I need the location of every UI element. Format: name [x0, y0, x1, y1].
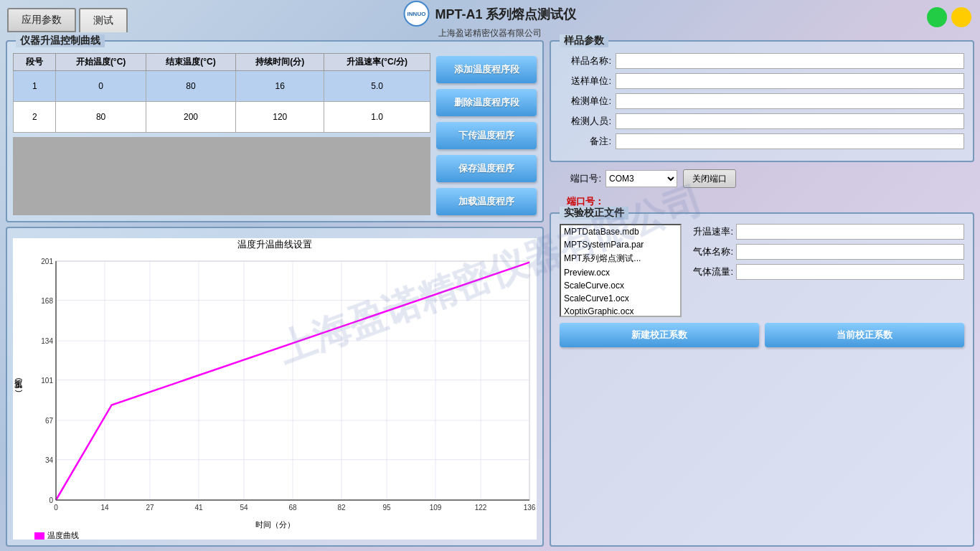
field-label: 检测单位:: [560, 95, 611, 108]
tab-app-params[interactable]: 应用参数: [7, 8, 76, 32]
temp-chart-placeholder: [13, 137, 430, 216]
chart-section: 温度升温曲线设置 温度 (℃) 014274154688295109122136…: [6, 227, 544, 547]
svg-text:34: 34: [45, 456, 54, 464]
col-header-id: 段号: [14, 54, 56, 71]
action-buttons: 添加温度程序段删除温度程序段下传温度程序保存温度程序加载温度程序: [436, 53, 537, 215]
logo-area: INNUO MPT-A1 系列熔点测试仪 上海盈诺精密仪器有限公司: [403, 1, 576, 39]
svg-text:0: 0: [49, 496, 53, 504]
svg-text:14: 14: [100, 504, 109, 512]
file-list-item[interactable]: ScaleCurve.ocx: [561, 279, 680, 292]
svg-text:82: 82: [337, 504, 346, 512]
field-label: 送样单位:: [560, 75, 611, 88]
y-axis-label: 温度 (℃): [13, 254, 27, 518]
form-row: 检测单位:: [560, 93, 964, 109]
col-header-start: 开始温度(°C): [56, 54, 146, 71]
svg-text:67: 67: [45, 417, 54, 425]
temp-control-inner: 段号 开始温度(°C) 结束温度(°C) 持续时间(分) 升温速率(°C/分) …: [13, 53, 537, 215]
legend-label: 温度曲线: [47, 530, 79, 541]
form-row: 样品名称:: [560, 53, 964, 69]
svg-text:27: 27: [146, 504, 154, 512]
table-chart-area: 段号 开始温度(°C) 结束温度(°C) 持续时间(分) 升温速率(°C/分) …: [13, 53, 430, 215]
form-row: 检测人员:: [560, 113, 964, 129]
action-button-保存温度程序[interactable]: 保存温度程序: [436, 155, 537, 182]
svg-text:54: 54: [240, 504, 248, 512]
svg-text:136: 136: [524, 504, 536, 512]
field-label: 备注:: [560, 135, 611, 148]
temp-table: 段号 开始温度(°C) 结束温度(°C) 持续时间(分) 升温速率(°C/分) …: [13, 53, 430, 133]
calib-form-row: 升温速率:: [687, 224, 964, 240]
file-list-item[interactable]: XoptixGraphic.ocx: [561, 305, 680, 317]
file-list-item[interactable]: MPT系列熔点测试...: [561, 251, 680, 266]
com-port-select[interactable]: COM1COM2COM3COM4COM5: [606, 170, 677, 187]
svg-text:41: 41: [194, 504, 203, 512]
col-header-end: 结束温度(°C): [146, 54, 235, 71]
legend-color: [34, 532, 44, 540]
tab-test[interactable]: 测试: [79, 8, 128, 32]
svg-text:134: 134: [41, 337, 53, 345]
col-header-duration: 持续时间(分): [236, 54, 324, 71]
chart-content: 温度 (℃) 014274154688295109122136034671011…: [13, 254, 537, 518]
maximize-button[interactable]: [927, 7, 947, 27]
test-unit-input[interactable]: [616, 93, 964, 109]
close-port-button[interactable]: 关闭端口: [683, 169, 736, 188]
chart-title: 温度升温曲线设置: [13, 238, 537, 251]
calib-section: 实验校正文件 MPTDataBase.mdbMPTSystemPara.parM…: [550, 212, 974, 547]
calib-button-新建校正系数[interactable]: 新建校正系数: [560, 323, 759, 347]
gas-name-input[interactable]: [736, 244, 964, 260]
calib-buttons: 新建校正系数当前校正系数: [560, 323, 964, 347]
x-axis-label: 时间（分）: [13, 519, 537, 530]
heat-rate-input[interactable]: [736, 224, 964, 240]
svg-text:0: 0: [54, 504, 58, 512]
action-button-加载温度程序[interactable]: 加载温度程序: [436, 188, 537, 215]
minimize-button[interactable]: [951, 7, 971, 27]
file-list-item[interactable]: Preview.ocx: [561, 266, 680, 279]
calibration-file-list[interactable]: MPTDataBase.mdbMPTSystemPara.parMPT系列熔点测…: [560, 224, 682, 317]
left-panel: 仪器升温控制曲线 段号 开始温度(°C) 结束温度(°C) 持续时间(分) 升温…: [6, 40, 544, 547]
svg-text:201: 201: [41, 258, 53, 265]
sample-section: 样品参数 样品名称: 送样单位: 检测单位: 检测人员: 备注:: [550, 40, 974, 162]
action-button-添加温度程序段[interactable]: 添加温度程序段: [436, 56, 537, 83]
calib-button-当前校正系数[interactable]: 当前校正系数: [765, 323, 964, 347]
file-list-item[interactable]: MPTDataBase.mdb: [561, 225, 680, 238]
table-row[interactable]: 1 0 80 16 5.0: [14, 71, 430, 102]
action-button-下传温度程序[interactable]: 下传温度程序: [436, 122, 537, 149]
calib-form-row: 气体流量:: [687, 264, 964, 280]
chart-legend: 温度曲线: [13, 530, 537, 541]
remarks-input[interactable]: [616, 133, 964, 149]
calib-field-label: 升温速率:: [687, 225, 733, 238]
chart-area: 温度升温曲线设置 温度 (℃) 014274154688295109122136…: [13, 238, 537, 540]
gas-flow-input[interactable]: [736, 264, 964, 280]
col-header-rate: 升温速率(°C/分): [324, 54, 430, 71]
file-list-item[interactable]: MPTSystemPara.par: [561, 238, 680, 251]
calib-fields: 升温速率: 气体名称: 气体流量:: [687, 224, 964, 317]
temp-control-title: 仪器升温控制曲线: [16, 34, 105, 47]
sample-form: 样品名称: 送样单位: 检测单位: 检测人员: 备注:: [560, 53, 964, 149]
test-person-input[interactable]: [616, 113, 964, 129]
field-label: 样品名称:: [560, 55, 611, 67]
com-port-label: 端口号:: [558, 172, 601, 185]
svg-text:68: 68: [288, 504, 297, 512]
temp-control-section: 仪器升温控制曲线 段号 开始温度(°C) 结束温度(°C) 持续时间(分) 升温…: [6, 40, 544, 222]
form-row: 备注:: [560, 133, 964, 149]
logo-icon: INNUO: [403, 1, 429, 27]
calib-field-label: 气体名称:: [687, 245, 733, 258]
svg-text:109: 109: [430, 504, 442, 512]
app-subtitle: 上海盈诺精密仪器有限公司: [438, 27, 542, 39]
field-label: 检测人员:: [560, 115, 611, 128]
temperature-chart: 0142741546882951091221360346710113416820…: [27, 254, 537, 518]
calib-field-label: 气体流量:: [687, 265, 733, 278]
sample-section-title: 样品参数: [560, 34, 608, 47]
top-bar: 应用参数 测试 INNUO MPT-A1 系列熔点测试仪 上海盈诺精密仪器有限公…: [0, 0, 980, 40]
form-row: 送样单位:: [560, 73, 964, 89]
sample-name-input[interactable]: [616, 53, 964, 69]
file-list-item[interactable]: ScaleCurve1.ocx: [561, 292, 680, 305]
app-title: MPT-A1 系列熔点测试仪: [435, 6, 576, 23]
chart-svg-container: 0142741546882951091221360346710113416820…: [27, 254, 537, 518]
calib-inner: MPTDataBase.mdbMPTSystemPara.parMPT系列熔点测…: [560, 224, 964, 317]
table-row[interactable]: 2 80 200 120 1.0: [14, 101, 430, 132]
action-button-删除温度程序段[interactable]: 删除温度程序段: [436, 89, 537, 116]
window-controls: [927, 7, 971, 27]
com-row: 端口号: COM1COM2COM3COM4COM5 关闭端口: [550, 169, 974, 188]
send-unit-input[interactable]: [616, 73, 964, 89]
svg-text:168: 168: [41, 297, 53, 305]
